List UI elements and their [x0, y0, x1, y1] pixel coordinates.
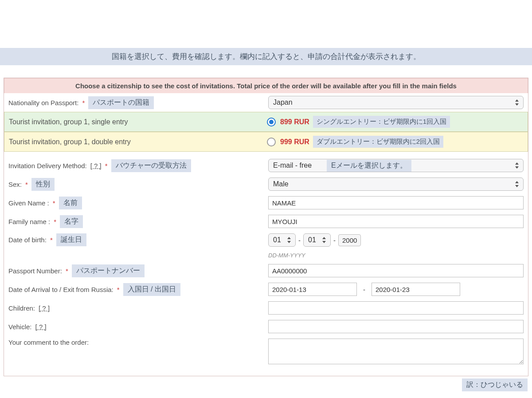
chevron-updown-icon: [515, 181, 520, 187]
nationality-select[interactable]: Japan: [268, 96, 524, 109]
nationality-value: Japan: [273, 99, 293, 106]
row-comment: Your comment to the order:: [4, 336, 528, 367]
label-children: Children:: [8, 304, 35, 312]
dash: -: [333, 236, 336, 244]
required-asterisk: *: [66, 267, 68, 275]
chevron-updown-icon: [322, 237, 327, 243]
row-passport: Passport Number: * パスポートナンバー: [4, 261, 528, 280]
option-label: Tourist invitation, group 1, double entr…: [8, 138, 267, 146]
required-asterisk: *: [25, 181, 28, 188]
required-asterisk: *: [54, 218, 56, 225]
row-children: Children: [ ? ]: [4, 299, 528, 317]
dash: -: [298, 236, 301, 244]
label-delivery: Invitation Delivery Method:: [8, 162, 87, 169]
label-nationality: Nationality on Passport:: [8, 99, 78, 106]
tag-given: 名前: [59, 197, 82, 209]
notice-bar: Choose a citizenship to see the cost of …: [4, 78, 528, 93]
page: 国籍を選択して、費用を確認します。欄内に記入すると、申請の合計代金が表示されます…: [0, 0, 532, 398]
children-input[interactable]: [268, 301, 524, 315]
dob-hint: DD-MM-YYYY: [268, 252, 305, 259]
row-dob: Date of birth: * 誕生日 01 - 01 - 2000: [4, 231, 528, 261]
label-given: Given Name :: [8, 199, 49, 207]
label-travel: Date of Arrival to / Exit from Russia:: [8, 286, 113, 293]
chevron-updown-icon: [287, 237, 292, 243]
form: Choose a citizenship to see the cost of …: [4, 78, 528, 376]
label-vehicle: Vehicle:: [8, 323, 32, 331]
exit-date-input[interactable]: [372, 283, 460, 296]
label-family: Family name :: [8, 218, 50, 225]
dob-day: 01: [273, 236, 281, 244]
label-dob: Date of birth:: [8, 236, 47, 244]
dob-month: 01: [308, 236, 316, 244]
tag-dob: 誕生日: [56, 233, 86, 246]
delivery-value: E-mail - free: [273, 162, 312, 169]
label-passport: Passport Number:: [8, 267, 62, 275]
tag-sex: 性別: [31, 178, 55, 191]
dash: -: [363, 286, 365, 293]
row-travel-dates: Date of Arrival to / Exit from Russia: *…: [4, 280, 528, 299]
required-asterisk: *: [53, 199, 55, 207]
required-asterisk: *: [117, 286, 120, 293]
dob-month-select[interactable]: 01: [303, 233, 331, 247]
row-sex: Sex: * 性別 Male: [4, 175, 528, 193]
comment-textarea[interactable]: [268, 339, 524, 364]
row-nationality: Nationality on Passport: * パスポートの国籍 Japa…: [4, 93, 528, 112]
tag-nationality: パスポートの国籍: [88, 96, 154, 109]
invitation-option-double[interactable]: Tourist invitation, group 1, double entr…: [4, 132, 528, 152]
tag-travel: 入国日 / 出国日: [123, 283, 180, 296]
label-comment: Your comment to the order:: [8, 339, 89, 346]
required-asterisk: *: [82, 99, 85, 106]
row-vehicle: Vehicle: [ ? ]: [4, 317, 528, 336]
radio-double[interactable]: [267, 138, 276, 146]
price-single: 899 RUR: [280, 118, 309, 126]
row-family-name: Family name : * 名字: [4, 212, 528, 231]
overlay-delivery: Eメールを選択します。: [327, 160, 411, 172]
given-name-input[interactable]: [268, 196, 524, 209]
family-name-input[interactable]: [268, 215, 524, 228]
radio-single[interactable]: [267, 118, 276, 126]
row-given-name: Given Name : * 名前: [4, 193, 528, 212]
help-delivery[interactable]: [ ? ]: [90, 162, 102, 169]
tag-family: 名字: [60, 215, 83, 228]
dob-year-input[interactable]: 2000: [338, 234, 361, 246]
vehicle-input[interactable]: [268, 320, 524, 333]
row-delivery: Invitation Delivery Method: [ ? ] * バウチャ…: [4, 156, 528, 175]
top-banner: 国籍を選択して、費用を確認します。欄内に記入すると、申請の合計代金が表示されます…: [0, 48, 532, 65]
price-double: 999 RUR: [280, 138, 309, 146]
tag-single: シングルエントリー：ビザ期限内に1回入国: [313, 116, 450, 128]
chevron-updown-icon: [515, 162, 520, 169]
dob-day-select[interactable]: 01: [268, 233, 296, 247]
required-asterisk: *: [105, 162, 108, 169]
label-sex: Sex:: [8, 181, 22, 188]
help-vehicle[interactable]: [ ? ]: [35, 323, 47, 331]
translator-credit: 訳：ひつじゃいる: [462, 378, 528, 391]
tag-double: ダブルエントリー：ビザ期限内に2回入国: [313, 136, 443, 148]
sex-select[interactable]: Male: [268, 177, 524, 191]
chevron-updown-icon: [515, 99, 520, 106]
passport-input[interactable]: [268, 264, 524, 277]
arrival-date-input[interactable]: [268, 283, 357, 296]
option-label: Tourist invitation, group 1, single entr…: [8, 118, 267, 126]
required-asterisk: *: [50, 236, 53, 244]
help-children[interactable]: [ ? ]: [39, 304, 50, 312]
tag-delivery: バウチャーの受取方法: [111, 159, 191, 172]
tag-passport: パスポートナンバー: [72, 264, 145, 277]
invitation-option-single[interactable]: Tourist invitation, group 1, single entr…: [4, 112, 528, 132]
sex-value: Male: [273, 180, 289, 188]
